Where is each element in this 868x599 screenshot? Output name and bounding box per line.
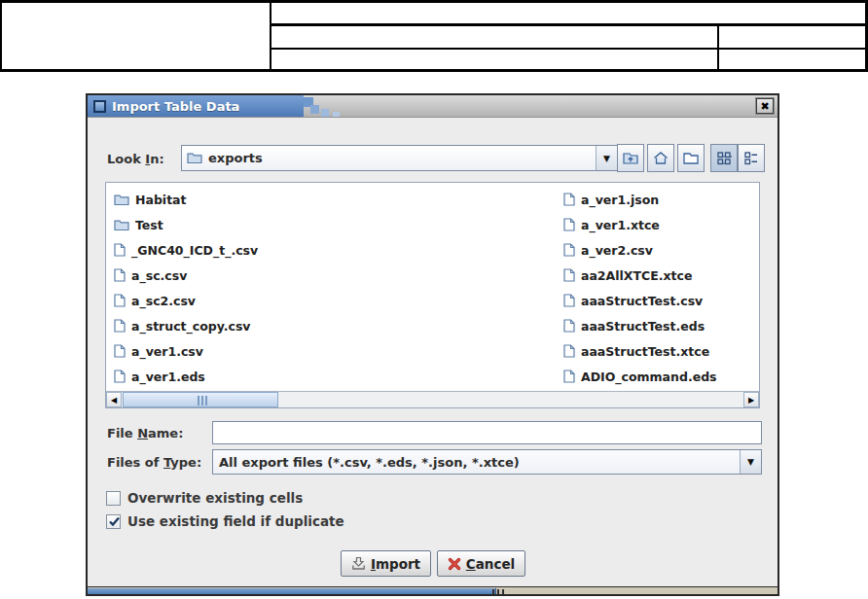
import-button[interactable]: Import [341, 550, 431, 577]
cancel-icon [448, 557, 461, 571]
table-grid-line [270, 0, 271, 72]
list-item[interactable]: a_struct_copy.csv [114, 313, 251, 338]
file-icon [563, 370, 575, 383]
file-name-label: File Name: [107, 426, 183, 440]
dialog-titlebar[interactable]: Import Table Data ✖ [88, 95, 778, 118]
list-item[interactable]: aaaStructTest.eds [563, 313, 705, 338]
file-list-viewport: Habitat Test _GNC40_ICD_t_.csv a_sc.csv … [106, 183, 759, 391]
scroll-left-button[interactable]: ◀ [106, 392, 122, 407]
file-icon [563, 294, 575, 307]
import-table-data-dialog: Import Table Data ✖ Look In: exports ▼ [86, 93, 779, 596]
file-icon [114, 370, 126, 383]
list-item[interactable]: a_sc2.csv [114, 288, 196, 313]
list-view-icon [743, 151, 759, 165]
use-existing-field-checkbox[interactable]: Use existing field if duplicate [106, 513, 344, 529]
list-item[interactable]: a_sc.csv [114, 263, 187, 288]
details-view-toggle[interactable] [710, 144, 738, 172]
arrow-left-icon: ◀ [111, 396, 117, 405]
look-in-value: exports [208, 151, 263, 165]
list-item[interactable]: a_ver1.xtce [563, 212, 660, 237]
titlebar-accent: Import Table Data [88, 95, 304, 118]
file-icon [563, 193, 575, 206]
file-icon [114, 294, 126, 307]
file-icon [563, 218, 575, 231]
horizontal-scrollbar[interactable]: ◀ ▶ [106, 391, 759, 407]
close-icon: ✖ [760, 101, 769, 112]
list-item[interactable]: a_ver2.csv [563, 237, 653, 263]
scroll-right-button[interactable]: ▶ [743, 392, 759, 407]
list-item[interactable]: ADIO_command.eds [563, 364, 717, 389]
files-of-type-combobox[interactable]: All export files (*.csv, *.eds, *.json, … [212, 449, 762, 475]
cancel-button[interactable]: Cancel [437, 550, 525, 577]
new-folder-icon [682, 151, 700, 165]
file-icon [563, 319, 575, 333]
checkbox-icon [106, 491, 121, 506]
import-icon [351, 556, 366, 571]
table-grid-line [0, 0, 868, 3]
folder-icon [187, 152, 202, 164]
list-item[interactable]: aaaStructTest.csv [563, 288, 703, 313]
window-icon [93, 100, 106, 113]
list-item[interactable]: a_ver1.eds [114, 364, 205, 389]
table-grid-line [271, 48, 868, 50]
list-item[interactable]: Habitat [114, 187, 187, 212]
file-name-input[interactable] [212, 421, 762, 444]
file-icon [563, 243, 575, 257]
chevron-down-icon[interactable]: ▼ [740, 450, 761, 474]
file-icon [114, 268, 126, 282]
look-in-label: Look In: [107, 152, 164, 166]
files-of-type-value: All export files (*.csv, *.eds, *.json, … [219, 455, 520, 470]
list-item[interactable]: aa2AllXTCE.xtce [563, 263, 692, 288]
table-grid-line [0, 0, 2, 72]
home-icon [652, 151, 669, 165]
list-item[interactable]: aaaStructTest.xtce [563, 338, 709, 364]
chevron-down-icon[interactable]: ▼ [596, 146, 617, 170]
checkbox-checked-icon [106, 514, 121, 529]
close-button[interactable]: ✖ [756, 98, 774, 114]
file-icon [563, 268, 575, 282]
list-item[interactable]: a_ver1.csv [114, 338, 203, 364]
details-view-icon [716, 151, 732, 165]
dialog-title: Import Table Data [112, 99, 239, 114]
screen: { "colors": { "title_blue_top": "#7aa2d6… [0, 0, 868, 599]
table-grid-line [717, 24, 719, 72]
list-item[interactable]: Test [114, 212, 163, 237]
arrow-right-icon: ▶ [748, 396, 754, 405]
up-one-level-button[interactable] [617, 144, 644, 172]
look-in-combobox[interactable]: exports ▼ [181, 145, 618, 171]
overwrite-existing-cells-checkbox[interactable]: Overwrite existing cells [106, 490, 303, 506]
file-icon [114, 344, 126, 358]
table-grid-line [271, 23, 868, 26]
up-folder-icon [622, 151, 639, 165]
folder-icon [114, 219, 129, 231]
dialog-bottom-border [88, 586, 778, 594]
list-item[interactable]: _GNC40_ICD_t_.csv [114, 237, 258, 263]
list-item[interactable]: a_ver1.json [563, 187, 659, 212]
list-view-toggle[interactable] [738, 144, 765, 172]
table-grid-line [0, 69, 868, 72]
files-of-type-label: Files of Type: [107, 455, 201, 470]
file-icon [563, 344, 575, 358]
folder-icon [114, 194, 129, 206]
scrollbar-thumb[interactable] [123, 392, 278, 407]
new-folder-button[interactable] [677, 144, 705, 172]
file-icon [114, 243, 126, 257]
home-button[interactable] [647, 144, 674, 172]
file-icon [114, 319, 126, 333]
file-list-panel: Habitat Test _GNC40_ICD_t_.csv a_sc.csv … [105, 182, 760, 408]
